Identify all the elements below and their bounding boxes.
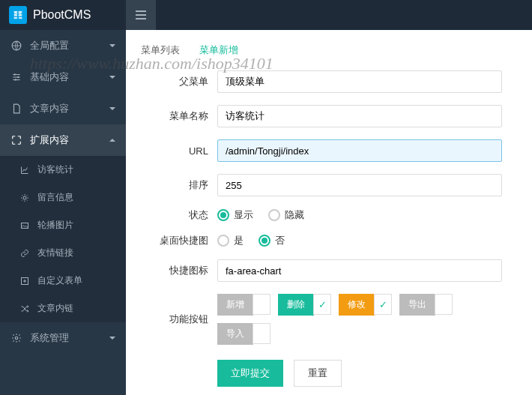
sidebar-sub-label: 轮播图片: [37, 219, 73, 232]
fn-import-button[interactable]: 导入: [217, 323, 253, 345]
fn-import-check[interactable]: [253, 323, 270, 344]
label-name: 菜单名称: [141, 109, 208, 123]
url-input[interactable]: [217, 139, 502, 162]
label-shortcut: 桌面快捷图: [141, 234, 208, 247]
label-sort: 排序: [141, 178, 208, 192]
logo-text: PbootCMS: [33, 8, 91, 22]
chart-icon: [19, 166, 30, 175]
sidebar-item-system[interactable]: 系统管理: [0, 322, 126, 354]
label-status: 状态: [141, 208, 208, 222]
sidebar-item-label: 全局配置: [30, 39, 69, 52]
shuffle-icon: [19, 304, 30, 313]
sidebar-item-basic[interactable]: 基础内容: [0, 61, 126, 93]
chevron-up-icon: [109, 139, 115, 142]
label-fnbtn: 功能按钮: [141, 313, 208, 326]
main-content: 菜单列表 菜单新增 父菜单 菜单名称 URL 排序 状态 显示: [126, 30, 532, 395]
file-icon: [10, 103, 22, 114]
menu-toggle-button[interactable]: [126, 0, 156, 30]
sidebar-item-label: 文章内容: [30, 102, 69, 115]
sort-input[interactable]: [217, 174, 502, 196]
radio-checked-icon: [217, 209, 229, 221]
radio-label: 否: [275, 234, 285, 247]
sidebar: 全局配置 基础内容 文章内容 扩展内容: [0, 30, 126, 395]
reset-button[interactable]: 重置: [294, 360, 342, 387]
gear-icon: [10, 333, 22, 343]
sidebar-item-extend[interactable]: 扩展内容: [0, 124, 126, 156]
fn-export-check[interactable]: [435, 294, 453, 315]
radio-label: 隐藏: [285, 208, 304, 222]
svg-point-4: [15, 79, 16, 80]
globe-icon: [10, 40, 22, 51]
status-show-radio[interactable]: 显示: [217, 208, 253, 222]
svg-point-2: [14, 73, 16, 75]
logo-icon: [9, 6, 27, 24]
link-icon: [19, 249, 30, 258]
label-icon: 快捷图标: [141, 264, 208, 277]
chevron-down-icon: [109, 44, 115, 47]
sidebar-item-label: 基础内容: [30, 70, 69, 84]
chevron-down-icon: [109, 76, 115, 79]
sidebar-item-label: 扩展内容: [30, 133, 69, 147]
sidebar-sub-friendlink[interactable]: 友情链接: [0, 239, 126, 267]
fn-modify-check[interactable]: ✓: [374, 294, 392, 315]
expand-icon: [10, 135, 22, 145]
sidebar-sub-label: 文章内链: [37, 302, 73, 315]
status-hide-radio[interactable]: 隐藏: [268, 208, 304, 222]
svg-point-5: [23, 196, 26, 199]
svg-point-3: [17, 76, 19, 78]
radio-label: 显示: [234, 208, 253, 222]
sidebar-sub-carousel[interactable]: 轮播图片: [0, 211, 126, 239]
fn-modify-button[interactable]: 修改: [339, 294, 375, 316]
sidebar-sub-message[interactable]: 留言信息: [0, 184, 126, 211]
radio-checked-icon: [259, 235, 270, 247]
sidebar-item-article[interactable]: 文章内容: [0, 93, 126, 124]
image-icon: [19, 221, 30, 230]
sidebar-sub-label: 自定义表单: [37, 274, 82, 287]
svg-point-8: [15, 337, 18, 340]
sidebar-item-label: 系统管理: [30, 331, 69, 345]
fn-delete-button[interactable]: 删除: [278, 294, 314, 316]
tabs: 菜单列表 菜单新增: [141, 43, 517, 57]
sidebar-sub-visitor[interactable]: 访客统计: [0, 156, 126, 184]
sidebar-sub-label: 友情链接: [37, 247, 73, 259]
chevron-down-icon: [109, 107, 115, 110]
sidebar-sub-label: 留言信息: [37, 191, 73, 204]
sidebar-sub-innerlink[interactable]: 文章内链: [0, 295, 126, 322]
fn-export-button[interactable]: 导出: [399, 294, 435, 316]
fn-add-check[interactable]: [253, 294, 270, 315]
chevron-down-icon: [109, 337, 115, 340]
parent-menu-input[interactable]: [217, 70, 502, 93]
plus-square-icon: [19, 277, 30, 286]
sun-icon: [19, 193, 30, 202]
icon-input[interactable]: [217, 259, 502, 282]
radio-label: 是: [234, 234, 244, 247]
sidebar-sub-customform[interactable]: 自定义表单: [0, 267, 126, 295]
radio-unchecked-icon: [217, 235, 229, 247]
label-parent: 父菜单: [141, 75, 208, 88]
tab-menu-list[interactable]: 菜单列表: [141, 43, 180, 57]
menu-name-input[interactable]: [217, 105, 502, 127]
submit-button[interactable]: 立即提交: [217, 360, 283, 387]
shortcut-no-radio[interactable]: 否: [259, 234, 285, 247]
header: PbootCMS: [0, 0, 532, 30]
radio-unchecked-icon: [268, 209, 280, 221]
svg-rect-6: [22, 223, 28, 228]
sidebar-item-global[interactable]: 全局配置: [0, 30, 126, 61]
sliders-icon: [10, 72, 22, 82]
hamburger-icon: [135, 10, 147, 20]
label-url: URL: [141, 145, 208, 157]
sidebar-sub-label: 访客统计: [37, 163, 73, 176]
fn-add-button[interactable]: 新增: [217, 294, 253, 316]
shortcut-yes-radio[interactable]: 是: [217, 234, 244, 247]
fn-delete-check[interactable]: ✓: [313, 294, 331, 315]
tab-menu-add[interactable]: 菜单新增: [199, 43, 238, 57]
logo-area: PbootCMS: [0, 0, 126, 30]
